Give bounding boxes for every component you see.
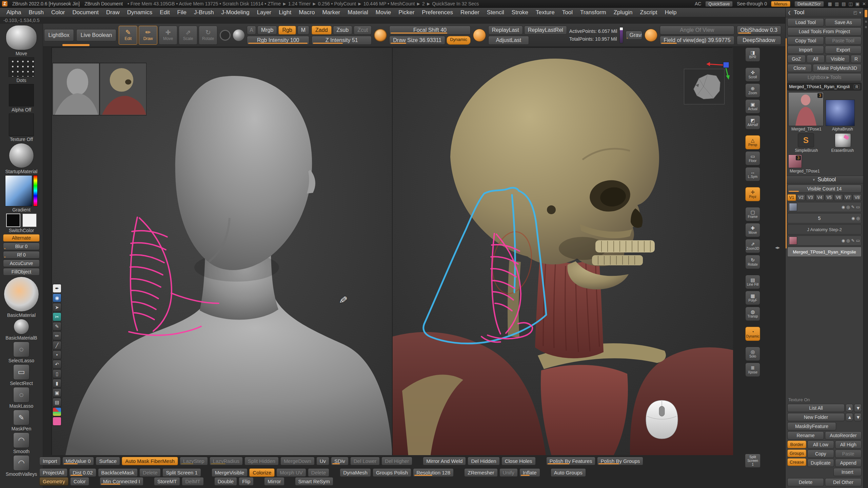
bpr-button[interactable]: ◨ BPR — [745, 47, 760, 62]
del-higher-button[interactable]: Del Higher — [381, 457, 412, 465]
menu-item[interactable]: Stencil — [483, 9, 508, 16]
field-of-view-slider[interactable]: Field of view(deg) 39.59775 — [660, 36, 734, 45]
render-icon[interactable]: ◎ — [856, 216, 860, 221]
goz-visible-button[interactable]: Visible — [826, 55, 850, 63]
panel-scroll-indicator[interactable] — [786, 38, 787, 248]
aahalf-button[interactable]: ◩ AAHalf — [745, 115, 760, 129]
save-as-button[interactable]: Save As — [825, 18, 862, 26]
menu-item[interactable]: Picker — [395, 9, 418, 16]
mirror-and-weld-button[interactable]: Mirror And Weld — [423, 457, 466, 465]
ruler-icon[interactable]: ╱ — [53, 341, 61, 350]
screen-icon[interactable]: ▣ — [855, 1, 860, 6]
startup-material-thumbnail[interactable] — [9, 143, 34, 168]
unify-button[interactable]: Unify — [499, 468, 518, 477]
polish-by-features-slider[interactable]: Polish By Features — [546, 457, 596, 465]
alpha-brush-thumbnail[interactable] — [826, 100, 855, 126]
fold-icon[interactable]: ▾ — [859, 10, 861, 15]
brush-smooth[interactable] — [13, 432, 29, 448]
current-tool-thumbnail[interactable]: 3 — [788, 92, 824, 126]
rotate-button[interactable]: ↻ Rotate — [199, 26, 217, 45]
delete-subtool-button[interactable]: Delete — [787, 478, 824, 486]
goz-button[interactable]: GoZ — [787, 55, 806, 63]
alternate-button[interactable]: Alternate — [3, 234, 40, 242]
groups-polish-button[interactable]: Groups Polish — [373, 468, 411, 477]
new-folder-button[interactable]: New Folder — [787, 413, 845, 421]
picker-gauge[interactable] — [619, 27, 623, 43]
eye-icon[interactable]: ◉ — [842, 238, 845, 243]
lightbox-button[interactable]: LightBox — [44, 29, 74, 41]
polish-by-groups-slider[interactable]: Polish By Groups — [597, 457, 643, 465]
rows-icon[interactable]: ▤ — [842, 1, 846, 6]
projectall-button[interactable]: ProjectAll — [39, 468, 67, 477]
blur-slider[interactable]: Blur 0 — [3, 243, 40, 250]
menu-item[interactable]: Brush — [25, 9, 47, 16]
menu-item[interactable]: Stroke — [508, 9, 532, 16]
tool-r-badge[interactable]: R — [854, 84, 860, 89]
visible-count-slider[interactable]: Visible Count 14 — [787, 185, 862, 193]
main-color-swatch[interactable] — [6, 214, 20, 227]
brush-masklasso[interactable] — [13, 387, 29, 403]
persp-button[interactable]: △ Persp — [745, 135, 760, 149]
render-icon[interactable]: ◎ — [846, 205, 850, 209]
eraserbrush-thumbnail[interactable] — [835, 133, 851, 147]
menu-item[interactable]: J-Brush — [190, 9, 218, 16]
rgb-intensity-slider[interactable]: Rgb Intensity 100 — [247, 36, 309, 45]
edit-button[interactable]: ✎ Edit — [119, 26, 137, 45]
automask-fibermesh-button[interactable]: Auto Mask FiberMesh — [122, 457, 178, 465]
split-hidden-button[interactable]: Split Hidden — [244, 457, 279, 465]
paint-icon[interactable]: ✎ — [851, 238, 855, 243]
zsub-button[interactable]: Zsub — [333, 26, 353, 35]
active-tool-thumbnail[interactable] — [6, 25, 37, 50]
rename-button[interactable]: Rename — [787, 431, 824, 440]
floor-button[interactable]: ▭ Floor — [745, 151, 760, 165]
texture-thumbnail[interactable] — [9, 114, 34, 136]
accucurve-button[interactable]: AccuCurve — [3, 260, 40, 267]
view-thumbnail-anatomy[interactable] — [100, 63, 146, 116]
groups-button[interactable]: Groups — [787, 449, 806, 457]
dot-icon[interactable]: • — [53, 350, 61, 359]
adjust-last-button[interactable]: AdjustLast — [488, 36, 529, 45]
del-hidden-button[interactable]: Del Hidden — [468, 457, 499, 465]
subtool-tab[interactable]: V7 — [844, 194, 852, 201]
brush-maskpen[interactable] — [13, 410, 29, 425]
close-holes-button[interactable]: Close Holes — [501, 457, 536, 465]
grid-icon[interactable]: ▦ — [828, 1, 832, 6]
palette-icon[interactable] — [53, 407, 61, 416]
zoom3d-button[interactable]: ⇗ Zoom3D — [745, 239, 760, 253]
eye-icon[interactable]: ◉ — [842, 205, 845, 209]
scrollbar-thumb[interactable] — [865, 10, 867, 17]
menu-item[interactable]: Texture — [532, 9, 558, 16]
frame-button[interactable]: ▢ Frame — [745, 207, 760, 221]
switch-color-widget[interactable] — [6, 214, 37, 227]
scissors-icon[interactable]: ✂ — [53, 312, 61, 321]
insert-button[interactable]: Insert — [833, 468, 862, 476]
dist-slider[interactable]: Dist 0.02 — [69, 468, 96, 477]
brush-selectlasso[interactable] — [13, 342, 29, 357]
autoreorder-button[interactable]: AutoReorder — [825, 431, 862, 440]
pin-icon[interactable]: ◰ — [853, 10, 857, 15]
view-thumbnail-gray[interactable] — [53, 63, 99, 116]
alpha-lasso-icon[interactable] — [473, 29, 486, 42]
paint-icon[interactable]: ✎ — [851, 205, 855, 209]
make-polymesh3d-button[interactable]: Make PolyMesh3D — [813, 64, 862, 72]
actual-button[interactable]: ▣ Actual — [745, 99, 760, 114]
paste-tool-button[interactable]: Paste Tool — [825, 37, 862, 45]
menu-item[interactable]: Dynamics — [123, 9, 156, 16]
document-icon[interactable]: ▤ — [53, 398, 61, 407]
panel-scrollbar[interactable] — [863, 8, 868, 488]
basic-material-b-thumbnail[interactable] — [14, 319, 29, 334]
min-connected-slider[interactable]: Min Connected I — [100, 477, 143, 486]
all-low-button[interactable]: All Low — [807, 441, 834, 449]
split-view-icon[interactable]: ◫ — [849, 1, 853, 6]
replay-last-rel-button[interactable]: ReplayLastRel — [524, 26, 567, 35]
load-tool-button[interactable]: Load Tool — [787, 18, 824, 26]
menu-item[interactable]: Layer — [253, 9, 275, 16]
border-button[interactable]: Border — [787, 441, 806, 448]
seethrough-slider[interactable]: See-through 0 — [737, 1, 767, 6]
tab-color[interactable]: Color — [70, 477, 89, 486]
backfacemask-button[interactable]: BackfaceMask — [98, 468, 138, 477]
move-up-button[interactable]: ▲ — [846, 404, 853, 412]
del-lower-button[interactable]: Del Lower — [350, 457, 380, 465]
trash-icon[interactable]: ▯ — [53, 369, 61, 378]
move-button[interactable]: ✚ Move — [159, 26, 177, 45]
